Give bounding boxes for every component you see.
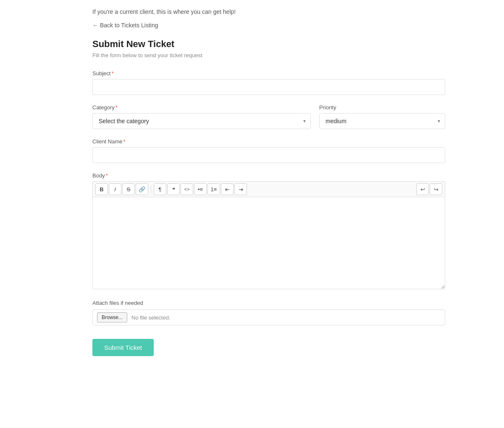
attach-section: Attach files if needed Browse... No file… xyxy=(92,300,445,325)
category-required: * xyxy=(116,104,118,111)
priority-select[interactable]: low medium high urgent xyxy=(319,113,445,129)
bold-button[interactable]: B xyxy=(95,183,108,195)
strikethrough-button[interactable]: S xyxy=(122,183,135,195)
priority-label: Priority xyxy=(319,104,445,111)
intro-text: If you're a current client, this is wher… xyxy=(92,8,445,15)
indent-increase-button[interactable]: ⇥ xyxy=(234,183,247,195)
subject-required: * xyxy=(111,70,113,77)
file-input-wrapper: Browse... No file selected. xyxy=(92,309,445,325)
page-subtitle: Fill the form below to send your ticket … xyxy=(92,52,445,58)
client-name-label: Client Name* xyxy=(92,138,445,145)
toolbar-separator-1 xyxy=(151,185,151,193)
editor-toolbar: B I S 🔗 ¶ ❝ <> •≡ 1≡ ⇤ ⇥ ↩ ↪ xyxy=(92,181,445,197)
bullet-list-button[interactable]: •≡ xyxy=(194,183,207,195)
attach-label: Attach files if needed xyxy=(92,300,445,306)
body-textarea[interactable] xyxy=(92,197,445,289)
browse-button[interactable]: Browse... xyxy=(97,312,127,322)
body-required: * xyxy=(106,172,108,179)
code-button[interactable]: <> xyxy=(181,183,193,195)
category-select-wrapper: Select the category Technical Billing Ge… xyxy=(92,113,311,129)
back-link-label: Back to Tickets Listing xyxy=(100,22,158,29)
client-name-input[interactable] xyxy=(92,147,445,163)
subject-input[interactable] xyxy=(92,79,445,95)
back-to-tickets-link[interactable]: ← Back to Tickets Listing xyxy=(92,22,158,29)
body-section: Body* B I S 🔗 ¶ ❝ <> •≡ 1≡ ⇤ ⇥ ↩ ↪ xyxy=(92,172,445,291)
subject-section: Subject* xyxy=(92,70,445,95)
submit-ticket-button[interactable]: Submit Ticket xyxy=(92,339,154,356)
page-title: Submit New Ticket xyxy=(92,39,445,50)
subject-label: Subject* xyxy=(92,70,445,77)
link-button[interactable]: 🔗 xyxy=(136,183,148,195)
body-label: Body* xyxy=(92,172,445,179)
file-name-display: No file selected. xyxy=(131,314,171,321)
category-select[interactable]: Select the category Technical Billing Ge… xyxy=(92,113,311,129)
redo-button[interactable]: ↪ xyxy=(430,183,442,195)
category-label: Category* xyxy=(92,104,311,111)
priority-col: Priority low medium high urgent ▾ xyxy=(319,104,445,129)
undo-button[interactable]: ↩ xyxy=(416,183,429,195)
back-arrow-icon: ← xyxy=(92,22,98,29)
priority-select-wrapper: low medium high urgent ▾ xyxy=(319,113,445,129)
italic-button[interactable]: I xyxy=(109,183,121,195)
paragraph-button[interactable]: ¶ xyxy=(154,183,166,195)
indent-decrease-button[interactable]: ⇤ xyxy=(221,183,234,195)
blockquote-button[interactable]: ❝ xyxy=(167,183,180,195)
toolbar-undo-redo: ↩ ↪ xyxy=(416,183,442,195)
client-name-required: * xyxy=(123,138,126,145)
category-col: Category* Select the category Technical … xyxy=(92,104,311,129)
client-name-section: Client Name* xyxy=(92,138,445,163)
ordered-list-button[interactable]: 1≡ xyxy=(207,183,220,195)
category-priority-row: Category* Select the category Technical … xyxy=(92,104,445,129)
